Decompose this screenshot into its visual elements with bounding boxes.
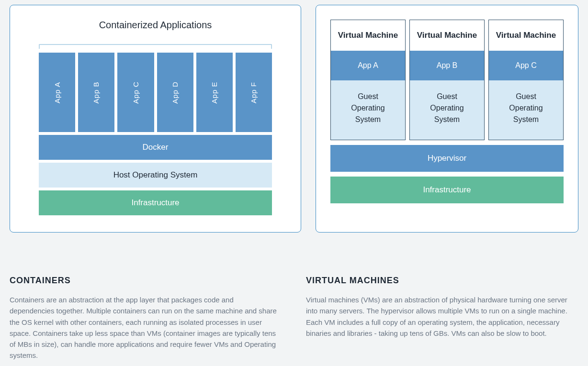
vm-box-title: Virtual Machine xyxy=(489,20,563,51)
vm-diagram-card: Virtual Machine App A Guest Operating Sy… xyxy=(316,5,578,233)
app-box: App A xyxy=(39,53,75,132)
containers-diagram-title: Containerized Applications xyxy=(39,20,272,31)
vm-box: Virtual Machine App C Guest Operating Sy… xyxy=(488,20,564,140)
bracket-bar xyxy=(39,44,272,49)
containers-body: Containers are an abstraction at the app… xyxy=(10,294,278,361)
vm-box: Virtual Machine App A Guest Operating Sy… xyxy=(330,20,406,140)
containers-text-block: CONTAINERS Containers are an abstraction… xyxy=(10,276,282,361)
vm-box-guest-os: Guest Operating System xyxy=(489,80,563,140)
app-box: App E xyxy=(196,53,233,132)
app-box: App B xyxy=(78,53,114,132)
vm-infrastructure-layer: Infrastructure xyxy=(330,177,564,203)
app-box: App D xyxy=(157,53,193,132)
hypervisor-layer: Hypervisor xyxy=(330,145,564,172)
vm-box-guest-os: Guest Operating System xyxy=(410,80,484,140)
containers-heading: CONTAINERS xyxy=(10,276,282,286)
app-box: App C xyxy=(117,53,154,132)
vm-box-title: Virtual Machine xyxy=(410,20,484,51)
vms-body: Virtual machines (VMs) are an abstractio… xyxy=(306,294,574,339)
app-box: App F xyxy=(236,53,272,132)
host-os-layer: Host Operating System xyxy=(39,163,272,188)
docker-layer: Docker xyxy=(39,135,272,160)
vm-box-app: App B xyxy=(410,51,484,80)
vm-box-app: App C xyxy=(489,51,563,80)
vm-box-guest-os: Guest Operating System xyxy=(331,80,405,140)
vms-heading: VIRTUAL MACHINES xyxy=(306,276,578,286)
infrastructure-layer: Infrastructure xyxy=(39,190,272,215)
containers-diagram-card: Containerized Applications App A App B A… xyxy=(10,5,301,233)
containerized-apps-row: App A App B App C App D App E App F xyxy=(39,53,272,132)
vm-box: Virtual Machine App B Guest Operating Sy… xyxy=(409,20,485,140)
vms-text-block: VIRTUAL MACHINES Virtual machines (VMs) … xyxy=(306,276,578,361)
vm-box-title: Virtual Machine xyxy=(331,20,405,51)
vm-box-app: App A xyxy=(331,51,405,80)
vm-boxes-row: Virtual Machine App A Guest Operating Sy… xyxy=(330,20,564,140)
